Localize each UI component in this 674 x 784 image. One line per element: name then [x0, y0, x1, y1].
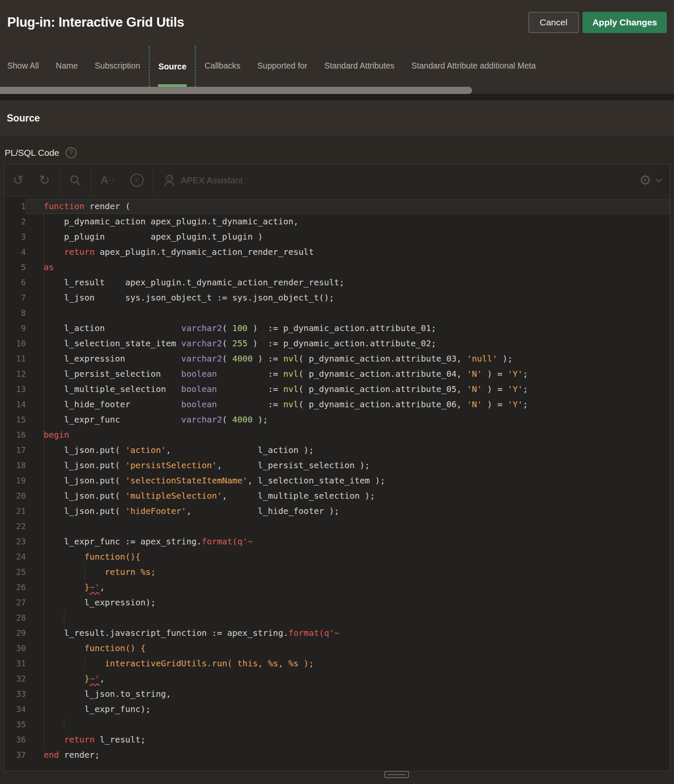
- line-number: 32: [4, 671, 26, 686]
- line-number: 27: [4, 595, 26, 610]
- assistant-label: APEX Assistant: [181, 175, 243, 185]
- code-line: 3 p_plugin apex_plugin.t_plugin ): [4, 229, 670, 244]
- horizontal-scrollbar[interactable]: [0, 87, 674, 94]
- code-line: 36 return l_result;: [4, 732, 670, 747]
- code-line: 33 l_json.to_string,: [4, 686, 670, 701]
- tab-standard-attributes[interactable]: Standard Attributes: [316, 44, 403, 87]
- undo-icon[interactable]: ↺: [13, 174, 24, 187]
- line-number: 30: [4, 640, 26, 656]
- code-line: 5as: [4, 259, 670, 275]
- apex-assistant-button[interactable]: APEX Assistant: [163, 174, 243, 187]
- code-line: 26 }~',: [4, 580, 670, 595]
- line-number: 2: [4, 214, 26, 229]
- line-number: 29: [4, 625, 26, 640]
- editor-toolbar: ↺ ↻ A·· ✓: [4, 164, 670, 196]
- line-number: 18: [4, 458, 26, 473]
- code-line: 15 l_expr_func varchar2( 4000 );: [4, 412, 670, 427]
- header-buttons: Cancel Apply Changes: [528, 12, 667, 33]
- code-line: 20 l_json.put( 'multipleSelection', l_mu…: [4, 488, 670, 503]
- line-number: 33: [4, 686, 26, 701]
- code-line: 13 l_multiple_selection boolean := nvl( …: [4, 381, 670, 397]
- toolbar-separator: [59, 164, 60, 196]
- redo-icon[interactable]: ↻: [39, 174, 50, 187]
- code-line: 31 interactiveGridUtils.run( this, %s, %…: [4, 656, 670, 671]
- code-line: 7 l_json sys.json_object_t := sys.json_o…: [4, 290, 670, 305]
- line-number: 10: [4, 336, 26, 351]
- code-line: 12 l_persist_selection boolean := nvl( p…: [4, 366, 670, 381]
- code-line: 2 p_dynamic_action apex_plugin.t_dynamic…: [4, 214, 670, 229]
- help-icon[interactable]: ?: [66, 147, 77, 158]
- tab-callbacks[interactable]: Callbacks: [196, 44, 249, 87]
- tab-bar: Show AllNameSubscriptionSourceCallbacksS…: [0, 44, 674, 87]
- code-line: 8: [4, 305, 670, 320]
- code-line: 16begin: [4, 427, 670, 442]
- code-line: 32 }~',: [4, 671, 670, 686]
- code-line: 4 return apex_plugin.t_dynamic_action_re…: [4, 244, 670, 259]
- chevron-down-icon: [655, 177, 663, 183]
- code-line: 29 l_result.javascript_function := apex_…: [4, 625, 670, 640]
- line-number: 8: [4, 305, 26, 320]
- line-number: 9: [4, 320, 26, 336]
- line-number: 1: [4, 199, 26, 214]
- line-number: 13: [4, 381, 26, 397]
- validate-icon[interactable]: ✓: [130, 174, 144, 187]
- search-icon[interactable]: [69, 174, 82, 187]
- section-header: Source: [0, 100, 674, 136]
- page-title: Plug-in: Interactive Grid Utils: [7, 15, 184, 30]
- page-header: Plug-in: Interactive Grid Utils Cancel A…: [0, 0, 674, 44]
- tab-show-all[interactable]: Show All: [7, 44, 47, 87]
- toolbar-separator: [153, 164, 153, 196]
- toolbar-separator: [91, 164, 91, 196]
- tab-standard-attribute-additional-meta[interactable]: Standard Attribute additional Meta: [403, 44, 544, 87]
- apply-changes-button[interactable]: Apply Changes: [583, 12, 667, 33]
- code-line: 21 l_json.put( 'hideFooter', l_hide_foot…: [4, 503, 670, 519]
- settings-button[interactable]: ⚙: [639, 173, 663, 187]
- line-number: 37: [4, 747, 26, 762]
- line-number: 17: [4, 442, 26, 458]
- line-number: 19: [4, 473, 26, 488]
- line-number: 34: [4, 701, 26, 717]
- code-line: 22: [4, 519, 670, 534]
- code-line: 11 l_expression varchar2( 4000 ) := nvl(…: [4, 351, 670, 366]
- code-line: 6 l_result apex_plugin.t_dynamic_action_…: [4, 275, 670, 290]
- line-number: 31: [4, 656, 26, 671]
- field-label-row: PL/SQL Code ?: [5, 147, 670, 158]
- line-number: 7: [4, 290, 26, 305]
- source-panel: PL/SQL Code ? ↺ ↻ A·· ✓: [0, 136, 674, 784]
- tab-supported-for[interactable]: Supported for: [249, 44, 316, 87]
- plsql-code-label: PL/SQL Code: [5, 148, 59, 158]
- divider-strip: [0, 94, 674, 100]
- line-number: 28: [4, 610, 26, 625]
- line-number: 5: [4, 259, 26, 275]
- code-line: 35: [4, 717, 670, 732]
- line-number: 25: [4, 564, 26, 580]
- code-lines[interactable]: 1function render (2 p_dynamic_action ape…: [4, 196, 670, 770]
- code-line: 23 l_expr_func := apex_string.format(q'~: [4, 534, 670, 549]
- cancel-button[interactable]: Cancel: [528, 12, 579, 33]
- assistant-icon: [163, 174, 176, 187]
- tab-name[interactable]: Name: [47, 44, 86, 87]
- code-line: 9 l_action varchar2( 100 ) := p_dynamic_…: [4, 320, 670, 336]
- tab-source[interactable]: Source: [149, 46, 196, 87]
- line-number: 16: [4, 427, 26, 442]
- code-line: 17 l_json.put( 'action', l_action );: [4, 442, 670, 458]
- code-line: 27 l_expression);: [4, 595, 670, 610]
- section-title: Source: [7, 113, 40, 124]
- line-number: 20: [4, 488, 26, 503]
- code-line: 37end render;: [4, 747, 670, 762]
- line-number: 3: [4, 229, 26, 244]
- line-number: 22: [4, 519, 26, 534]
- line-number: 4: [4, 244, 26, 259]
- code-line: 10 l_selection_state_item varchar2( 255 …: [4, 336, 670, 351]
- autocomplete-icon[interactable]: A··: [101, 174, 114, 186]
- tab-subscription[interactable]: Subscription: [86, 44, 149, 87]
- code-line: 34 l_expr_func);: [4, 701, 670, 717]
- line-number: 21: [4, 503, 26, 519]
- line-number: 23: [4, 534, 26, 549]
- line-number: 6: [4, 275, 26, 290]
- resize-handle[interactable]: [384, 771, 409, 778]
- code-editor: ↺ ↻ A·· ✓: [4, 164, 670, 771]
- code-line: 18 l_json.put( 'persistSelection', l_per…: [4, 458, 670, 473]
- scrollbar-thumb[interactable]: [0, 87, 472, 94]
- line-number: 11: [4, 351, 26, 366]
